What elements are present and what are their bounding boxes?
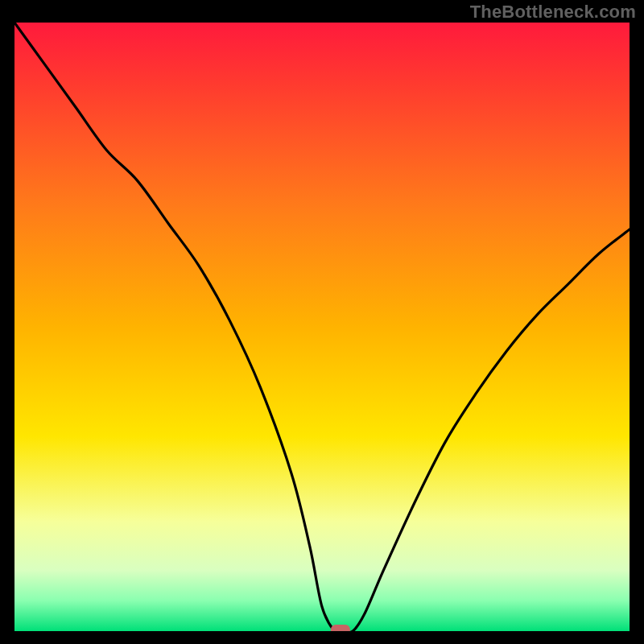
bottleneck-chart (14, 23, 630, 631)
watermark-text: TheBottleneck.com (470, 2, 636, 23)
gradient-background (14, 23, 630, 631)
optimal-point-marker (331, 625, 350, 631)
chart-container: TheBottleneck.com (0, 0, 644, 644)
